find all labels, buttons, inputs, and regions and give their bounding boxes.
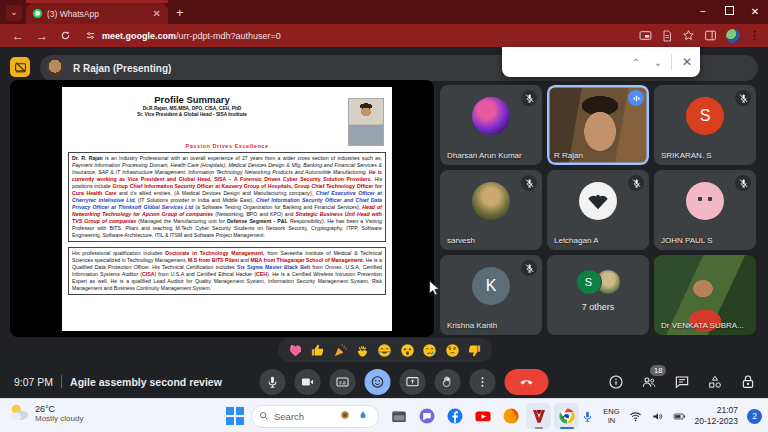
language-indicator[interactable]: ENGIN xyxy=(603,407,619,425)
browser-tabstrip: ⌄ Delivery Status Notification (Fa✕31BIT… xyxy=(0,0,768,24)
site-settings-icon[interactable] xyxy=(85,30,96,41)
weather-widget[interactable]: 26°C Mostly cloudy xyxy=(8,402,83,424)
side-panel-icon[interactable] xyxy=(704,29,717,42)
astonished-face-reaction[interactable] xyxy=(400,343,415,358)
meeting-info: 9:07 PM Agile assembly second review xyxy=(14,375,222,388)
reload-icon[interactable] xyxy=(60,30,71,41)
avatar-eye xyxy=(708,197,712,201)
activities-icon[interactable] xyxy=(707,374,723,390)
participant-tile[interactable]: sarvesh xyxy=(440,170,542,250)
shared-document: Profile Summary Dr.R.Rajan, MS,MBA, DPO,… xyxy=(62,87,392,331)
raise-hand-button[interactable] xyxy=(435,369,461,395)
chat-app-taskbar-icon[interactable] xyxy=(414,403,439,429)
participant-tile[interactable]: S7 others xyxy=(547,255,649,335)
tray-mic-icon[interactable] xyxy=(581,410,594,423)
tears-of-joy-face-reaction[interactable] xyxy=(377,343,392,358)
overflow-avatar: S xyxy=(576,269,602,295)
end-call-button[interactable] xyxy=(505,369,549,395)
find-close-icon[interactable]: ✕ xyxy=(674,55,700,69)
participant-tile[interactable]: Letchagan A xyxy=(547,170,649,250)
sparkling-heart-reaction[interactable] xyxy=(288,343,303,358)
profile-avatar[interactable] xyxy=(726,29,740,43)
browser-tab[interactable]: (3) WhatsApp✕ xyxy=(26,3,168,24)
media-controls-icon[interactable] xyxy=(639,29,652,42)
participant-avatar: S xyxy=(686,97,724,135)
close-window-button[interactable]: ✕ xyxy=(742,0,768,24)
more-options-button[interactable] xyxy=(470,369,496,395)
microphone-button[interactable] xyxy=(260,369,286,395)
wifi-icon[interactable] xyxy=(629,410,642,423)
sharing-indicator-icon[interactable] xyxy=(10,57,30,77)
participant-name: Letchagan A xyxy=(554,236,598,245)
participant-tile[interactable]: SSRIKARAN. S xyxy=(654,85,756,165)
reactions-bar xyxy=(278,338,492,362)
mouse-cursor xyxy=(428,280,441,297)
tab-title: (3) WhatsApp xyxy=(47,9,148,19)
participant-tile[interactable]: JOHN PAUL S xyxy=(654,170,756,250)
youtube-icon xyxy=(474,407,492,425)
participant-name: R Rajan xyxy=(554,151,583,160)
mic-off-icon xyxy=(735,90,751,106)
search-label: Search xyxy=(274,411,335,422)
call-controls xyxy=(260,369,549,395)
file-explorer-taskbar-icon[interactable] xyxy=(386,403,411,429)
tray-chevron-icon[interactable] xyxy=(559,410,572,423)
find-input[interactable] xyxy=(502,47,625,77)
find-next-icon[interactable]: ⌄ xyxy=(647,57,669,68)
party-popper-reaction[interactable] xyxy=(333,343,348,358)
battery-icon[interactable] xyxy=(673,410,686,423)
crying-face-reaction[interactable] xyxy=(422,343,437,358)
minimize-button[interactable]: − xyxy=(690,0,716,24)
file-explorer-icon xyxy=(390,407,408,425)
document-subtitle: Dr.R.Rajan, MS,MBA, DPO, CISA, CEH, PhD xyxy=(67,106,317,111)
address-bar[interactable]: meet.google.com/urr-pdpt-mdh?authuser=0 xyxy=(102,31,281,41)
mic-off-icon xyxy=(521,90,537,106)
meeting-details-icon[interactable] xyxy=(608,374,624,390)
tab-close-icon[interactable]: ✕ xyxy=(152,9,162,19)
document-paragraph-1: Dr. R. Rajan is an Industry Professional… xyxy=(68,152,386,242)
camera-button[interactable] xyxy=(295,369,321,395)
document-icon[interactable] xyxy=(661,30,673,42)
participant-avatar xyxy=(579,182,617,220)
firefox-taskbar-icon[interactable] xyxy=(498,403,523,429)
tab-search-button[interactable]: ⌄ xyxy=(6,5,22,21)
captions-button[interactable] xyxy=(330,369,356,395)
find-previous-icon[interactable]: ⌃ xyxy=(625,57,647,68)
new-tab-button[interactable]: + xyxy=(176,5,184,20)
meet-control-bar: 9:07 PM Agile assembly second review xyxy=(0,365,768,398)
present-screen-button[interactable] xyxy=(400,369,426,395)
participant-name: JOHN PAUL S xyxy=(661,236,713,245)
window-controls: − ✕ xyxy=(690,0,768,24)
screen-share-tile[interactable]: Profile Summary Dr.R.Rajan, MS,MBA, DPO,… xyxy=(10,80,434,337)
host-controls-icon[interactable] xyxy=(740,374,756,390)
document-subtitle2: Sr. Vice President & Global Head - SISA … xyxy=(67,112,317,117)
facebook-taskbar-icon[interactable] xyxy=(442,403,467,429)
taskbar-search[interactable]: Search xyxy=(251,405,379,428)
thumbs-up-reaction[interactable] xyxy=(310,343,325,358)
clapping-hands-reaction[interactable] xyxy=(355,343,370,358)
bookmark-star-icon[interactable] xyxy=(682,29,695,42)
thinking-face-reaction[interactable] xyxy=(445,343,460,358)
thumbs-down-reaction[interactable] xyxy=(467,343,482,358)
chat-panel-icon[interactable] xyxy=(674,374,690,390)
weather-temp: 26°C xyxy=(35,404,83,414)
reactions-button[interactable] xyxy=(365,369,391,395)
whatsapp-icon xyxy=(32,8,43,19)
participant-tile[interactable]: Dr VENKATA SUBRA... xyxy=(654,255,756,335)
forward-button[interactable]: → xyxy=(36,29,48,43)
volume-icon[interactable] xyxy=(651,410,664,423)
browser-menu-icon[interactable]: ⋮ xyxy=(749,29,760,42)
back-button[interactable]: ← xyxy=(12,29,24,43)
tray-clock[interactable]: 21:0720-12-2023 xyxy=(695,405,738,426)
v-player-taskbar-icon[interactable] xyxy=(526,403,551,429)
notification-count-badge[interactable]: 2 xyxy=(747,409,762,424)
participant-tile[interactable]: KKrishna Kanth xyxy=(440,255,542,335)
participants-grid: Dharsan Arun KumarR RajanSSRIKARAN. Ssar… xyxy=(440,85,756,335)
participant-tile[interactable]: Dharsan Arun Kumar xyxy=(440,85,542,165)
start-button[interactable] xyxy=(226,407,244,425)
youtube-taskbar-icon[interactable] xyxy=(470,403,495,429)
participant-tile[interactable]: R Rajan xyxy=(547,85,649,165)
chat-app-icon xyxy=(418,407,436,425)
maximize-button[interactable] xyxy=(716,0,742,24)
people-panel-icon[interactable]: 18 xyxy=(641,374,657,390)
